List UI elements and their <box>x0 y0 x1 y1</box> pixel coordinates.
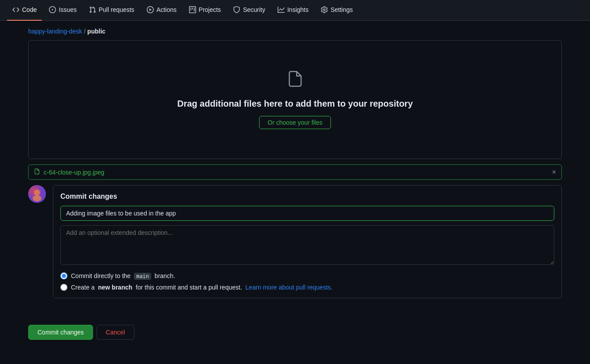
radio-direct-label: Commit directly to the main branch. <box>71 272 175 279</box>
drop-zone-title: Drag additional files here to add them t… <box>177 99 413 109</box>
projects-icon <box>189 6 196 13</box>
pull-requests-icon <box>89 6 96 13</box>
breadcrumb: happy-landing-desk / public <box>0 21 590 40</box>
settings-icon <box>321 6 328 13</box>
file-item-left: c-64-close-up.jpg.jpeg <box>34 168 104 176</box>
choose-files-button[interactable]: Or choose your files <box>259 116 331 129</box>
avatar <box>28 185 46 203</box>
breadcrumb-current: public <box>87 28 105 35</box>
svg-point-2 <box>34 189 40 196</box>
code-icon <box>12 6 19 13</box>
nav-item-insights[interactable]: Insights <box>272 0 314 21</box>
radio-direct-input[interactable] <box>60 272 67 279</box>
nav-actions-label: Actions <box>156 6 177 13</box>
nav-item-projects[interactable]: Projects <box>184 0 226 21</box>
nav-item-security[interactable]: Security <box>228 0 271 21</box>
nav-item-pull-requests[interactable]: Pull requests <box>84 0 140 21</box>
top-navigation: Code Issues Pull requests Actions <box>0 0 590 21</box>
security-icon <box>233 6 240 13</box>
actions-icon <box>147 6 154 13</box>
file-icon <box>34 168 40 176</box>
file-name: c-64-close-up.jpg.jpeg <box>44 169 104 176</box>
breadcrumb-separator: / <box>84 28 85 35</box>
radio-new-branch-input[interactable] <box>60 284 67 291</box>
radio-new-branch-label: Create a new branch for this commit and … <box>71 284 333 291</box>
commit-form: Commit changes Commit directly to the ma… <box>53 185 562 298</box>
file-remove-button[interactable]: × <box>552 169 556 176</box>
nav-projects-label: Projects <box>199 6 221 13</box>
commit-changes-button[interactable]: Commit changes <box>28 325 93 340</box>
issues-icon <box>49 6 56 13</box>
file-item-row: c-64-close-up.jpg.jpeg × <box>28 164 562 180</box>
radio-new-branch-option[interactable]: Create a new branch for this commit and … <box>60 284 554 291</box>
svg-point-3 <box>33 195 41 201</box>
radio-group: Commit directly to the main branch. Crea… <box>60 272 554 291</box>
nav-item-settings[interactable]: Settings <box>315 0 358 21</box>
commit-section: Commit changes Commit directly to the ma… <box>28 185 562 316</box>
nav-item-issues[interactable]: Issues <box>44 0 82 21</box>
nav-issues-label: Issues <box>59 6 76 13</box>
nav-code-label: Code <box>22 6 37 13</box>
bottom-buttons: Commit changes Cancel <box>0 325 590 357</box>
nav-item-actions[interactable]: Actions <box>141 0 182 21</box>
nav-security-label: Security <box>243 6 265 13</box>
radio-direct-option[interactable]: Commit directly to the main branch. <box>60 272 554 279</box>
nav-pr-label: Pull requests <box>99 6 134 13</box>
main-content: Drag additional files here to add them t… <box>0 40 590 316</box>
nav-settings-label: Settings <box>330 6 353 13</box>
commit-form-title: Commit changes <box>60 193 554 201</box>
cancel-button[interactable]: Cancel <box>96 325 134 340</box>
nav-insights-label: Insights <box>287 6 308 13</box>
avatar-image <box>28 185 46 203</box>
file-upload-icon <box>286 70 304 92</box>
insights-icon <box>278 6 285 13</box>
commit-message-input[interactable] <box>60 206 554 221</box>
commit-description-textarea[interactable] <box>60 225 554 265</box>
breadcrumb-repo-link[interactable]: happy-landing-desk <box>28 28 82 35</box>
drop-zone[interactable]: Drag additional files here to add them t… <box>28 40 562 159</box>
learn-more-link[interactable]: Learn more about pull requests. <box>245 284 333 291</box>
nav-item-code[interactable]: Code <box>7 0 42 21</box>
